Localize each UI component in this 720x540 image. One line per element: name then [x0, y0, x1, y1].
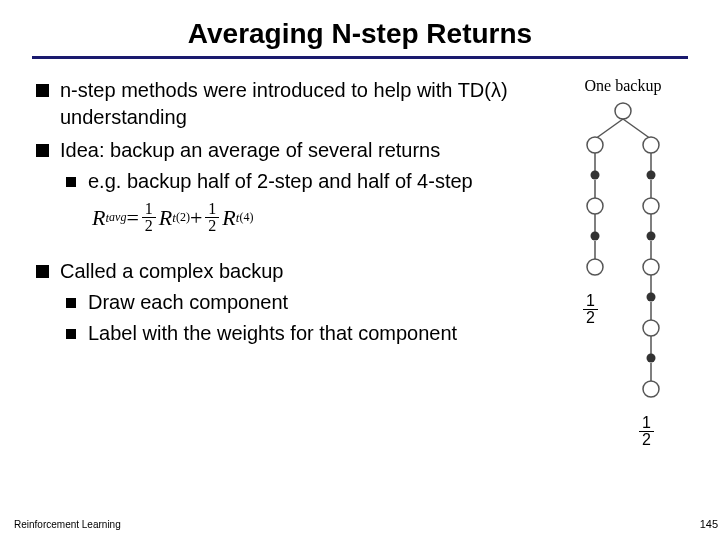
svg-point-7 [587, 198, 603, 214]
bullet-3-text: Called a complex backup [60, 260, 283, 282]
eq-frac1-den: 2 [142, 218, 156, 234]
svg-line-1 [595, 119, 623, 139]
bullet-2a: e.g. backup half of 2-step and half of 4… [60, 168, 558, 195]
bullet-column: n-step methods were introduced to help w… [32, 77, 558, 353]
diagram-weight-left-den: 2 [583, 310, 598, 326]
eq-t1-sym: R [159, 203, 172, 233]
svg-point-5 [591, 171, 600, 180]
svg-point-0 [615, 103, 631, 119]
svg-point-3 [587, 137, 603, 153]
diagram-weight-right-den: 2 [639, 432, 654, 448]
svg-point-14 [647, 171, 656, 180]
eq-lhs-sym: R [92, 203, 105, 233]
svg-point-24 [643, 320, 659, 336]
bullet-3b: Label with the weights for that componen… [60, 320, 558, 347]
svg-point-12 [643, 137, 659, 153]
eq-frac2: 12 [205, 201, 219, 234]
eq-equals: = [126, 203, 138, 233]
eq-frac1: 12 [142, 201, 156, 234]
diagram-weight-left-num: 1 [583, 293, 598, 310]
eq-lhs-sup: avg [109, 209, 126, 225]
bullet-1: n-step methods were introduced to help w… [32, 77, 558, 131]
eq-t2-sup: (4) [239, 209, 253, 225]
svg-point-9 [591, 232, 600, 241]
svg-point-28 [643, 381, 659, 397]
backup-diagram-svg [563, 99, 683, 429]
bullet-3a: Draw each component [60, 289, 558, 316]
title-rule [32, 56, 688, 59]
svg-point-11 [587, 259, 603, 275]
diagram-weight-right-num: 1 [639, 415, 654, 432]
eq-frac2-num: 1 [205, 201, 219, 218]
slide-title: Averaging N-step Returns [32, 18, 688, 50]
svg-point-16 [643, 198, 659, 214]
diagram-weight-right: 1 2 [639, 415, 654, 448]
eq-frac1-num: 1 [142, 201, 156, 218]
backup-diagram: One backup [558, 77, 688, 293]
eq-plus: + [190, 203, 202, 233]
bullet-2: Idea: backup an average of several retur… [32, 137, 558, 195]
svg-line-2 [623, 119, 651, 139]
footer-page-number: 145 [700, 518, 718, 530]
bullet-3: Called a complex backup Draw each compon… [32, 258, 558, 347]
equation: Rtavg = 12 Rt(2) + 12 Rt(4) [92, 201, 558, 234]
svg-point-22 [647, 293, 656, 302]
diagram-label: One backup [558, 77, 688, 95]
eq-t1-sup: (2) [176, 209, 190, 225]
diagram-weight-left: 1 2 [583, 293, 598, 326]
svg-point-26 [647, 354, 656, 363]
bullet-2-text: Idea: backup an average of several retur… [60, 139, 440, 161]
eq-frac2-den: 2 [205, 218, 219, 234]
svg-point-20 [643, 259, 659, 275]
content-area: n-step methods were introduced to help w… [32, 77, 688, 353]
footer-left: Reinforcement Learning [14, 519, 121, 530]
svg-point-18 [647, 232, 656, 241]
eq-t2-sym: R [222, 203, 235, 233]
